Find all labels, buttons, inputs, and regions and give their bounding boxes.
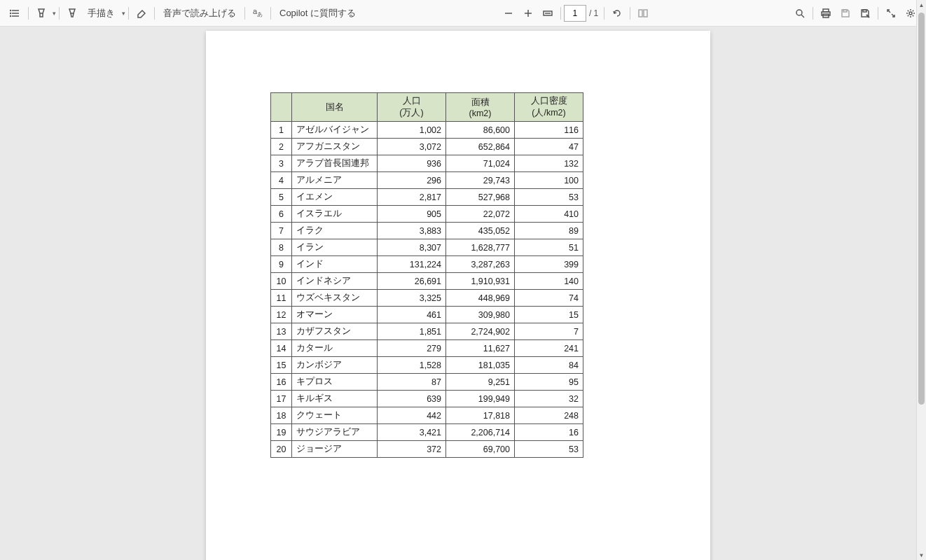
row-density: 140	[515, 273, 583, 290]
row-density: 47	[515, 139, 583, 155]
row-index: 16	[271, 374, 292, 391]
table-row: 15カンボジア1,528181,03584	[271, 357, 583, 374]
row-index: 20	[271, 441, 292, 458]
row-density: 16	[515, 424, 583, 441]
row-population: 905	[378, 206, 446, 223]
svg-point-13	[796, 10, 802, 15]
header-population: 人口(万人)	[378, 93, 446, 122]
page-view-icon[interactable]	[633, 4, 653, 23]
page-number-input[interactable]	[564, 5, 586, 22]
row-country: ジョージア	[292, 441, 378, 458]
row-population: 131,224	[378, 256, 446, 273]
row-density: 15	[515, 307, 583, 323]
table-row: 13カザフスタン1,8512,724,9027	[271, 323, 583, 340]
row-country: イラク	[292, 223, 378, 239]
row-area: 86,600	[446, 122, 515, 139]
row-country: オマーン	[292, 307, 378, 323]
read-aloud-button[interactable]: 音声で読み上げる	[158, 4, 242, 23]
row-density: 399	[515, 256, 583, 273]
table-row: 4アルメニア29629,743100	[271, 172, 583, 189]
scroll-up-icon[interactable]: ▲	[917, 0, 926, 10]
toolbar: ▾ 手描き ▾ 音声で読み上げる aあ Copilot に質問する / 1	[0, 0, 926, 27]
search-icon[interactable]	[790, 4, 810, 23]
highlighter-icon[interactable]	[32, 4, 51, 23]
copilot-button[interactable]: Copilot に質問する	[274, 4, 361, 23]
draw-button[interactable]: 手描き	[82, 4, 120, 23]
row-population: 1,528	[378, 357, 446, 374]
table-row: 14カタール27911,627241	[271, 340, 583, 357]
row-density: 74	[515, 290, 583, 307]
translate-icon[interactable]: aあ	[248, 4, 268, 23]
table-row: 12オマーン461309,98015	[271, 307, 583, 323]
row-area: 17,818	[446, 407, 515, 424]
row-country: ウズベキスタン	[292, 290, 378, 307]
row-index: 15	[271, 357, 292, 374]
save-icon[interactable]	[836, 4, 855, 23]
row-population: 3,883	[378, 223, 446, 239]
table-row: 16キプロス879,25195	[271, 374, 583, 391]
table-row: 6イスラエル90522,072410	[271, 206, 583, 223]
row-country: インドネシア	[292, 273, 378, 290]
row-density: 95	[515, 374, 583, 391]
row-population: 26,691	[378, 273, 446, 290]
row-density: 89	[515, 223, 583, 239]
row-country: インド	[292, 256, 378, 273]
row-population: 8,307	[378, 239, 446, 256]
row-area: 2,724,902	[446, 323, 515, 340]
row-index: 9	[271, 256, 292, 273]
row-index: 13	[271, 323, 292, 340]
contents-icon[interactable]	[6, 4, 25, 23]
row-area: 11,627	[446, 340, 515, 357]
row-population: 372	[378, 441, 446, 458]
row-index: 8	[271, 239, 292, 256]
document-viewer: 国名 人口(万人) 面積(km2) 人口密度(人/km2) 1アゼルバイジャン1…	[0, 27, 916, 560]
row-area: 309,980	[446, 307, 515, 323]
draw-icon[interactable]	[62, 4, 82, 23]
vertical-scrollbar[interactable]: ▲ ▼	[916, 0, 926, 560]
row-country: アラブ首長国連邦	[292, 155, 378, 172]
chevron-down-icon[interactable]: ▾	[53, 10, 56, 17]
svg-point-4	[11, 13, 11, 13]
svg-rect-18	[843, 10, 847, 12]
scroll-thumb[interactable]	[918, 13, 925, 405]
row-area: 3,287,263	[446, 256, 515, 273]
row-density: 410	[515, 206, 583, 223]
row-area: 435,052	[446, 223, 515, 239]
svg-point-5	[11, 15, 11, 16]
row-country: アルメニア	[292, 172, 378, 189]
table-row: 20ジョージア37269,70053	[271, 441, 583, 458]
row-country: クウェート	[292, 407, 378, 424]
svg-rect-11	[639, 10, 642, 17]
row-index: 19	[271, 424, 292, 441]
row-density: 51	[515, 239, 583, 256]
chevron-down-icon[interactable]: ▾	[122, 10, 125, 17]
erase-icon[interactable]	[132, 4, 151, 23]
fullscreen-icon[interactable]	[881, 4, 901, 23]
header-country: 国名	[292, 93, 378, 122]
row-density: 84	[515, 357, 583, 374]
zoom-out-button[interactable]	[499, 4, 518, 23]
zoom-in-button[interactable]	[518, 4, 538, 23]
rotate-icon[interactable]	[607, 4, 627, 23]
table-row: 19サウジアラビア3,4212,206,71416	[271, 424, 583, 441]
country-table: 国名 人口(万人) 面積(km2) 人口密度(人/km2) 1アゼルバイジャン1…	[270, 92, 583, 458]
fit-width-icon[interactable]	[538, 4, 558, 23]
header-area: 面積(km2)	[446, 93, 515, 122]
row-area: 652,864	[446, 139, 515, 155]
row-index: 3	[271, 155, 292, 172]
row-index: 18	[271, 407, 292, 424]
row-country: カザフスタン	[292, 323, 378, 340]
table-row: 1アゼルバイジャン1,00286,600116	[271, 122, 583, 139]
row-population: 3,421	[378, 424, 446, 441]
row-index: 6	[271, 206, 292, 223]
row-population: 442	[378, 407, 446, 424]
print-icon[interactable]	[816, 4, 836, 23]
svg-point-22	[909, 12, 912, 15]
row-population: 1,851	[378, 323, 446, 340]
row-area: 2,206,714	[446, 424, 515, 441]
svg-rect-19	[863, 10, 866, 12]
save-as-icon[interactable]	[855, 4, 875, 23]
table-row: 10インドネシア26,6911,910,931140	[271, 273, 583, 290]
table-row: 17キルギス639199,94932	[271, 391, 583, 407]
scroll-down-icon[interactable]: ▼	[917, 550, 926, 560]
